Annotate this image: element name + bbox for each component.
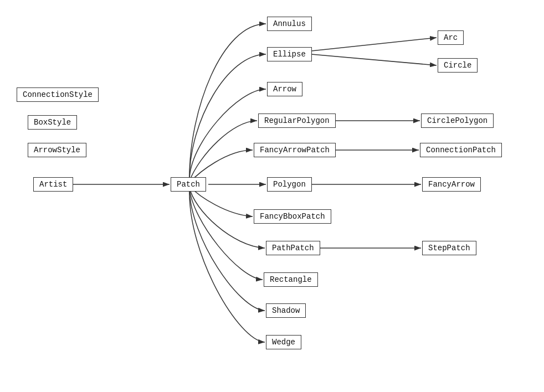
node-fancybboxpatch: FancyBboxPatch	[254, 209, 331, 224]
node-circle: Circle	[438, 58, 478, 73]
node-rectangle: Rectangle	[264, 272, 318, 287]
node-arrowstyle: ArrowStyle	[28, 143, 86, 157]
svg-line-4	[311, 54, 437, 65]
node-shadow: Shadow	[266, 303, 306, 318]
node-arc: Arc	[438, 30, 464, 45]
node-artist: Artist	[33, 177, 73, 192]
diagram: ConnectionStyle BoxStyle ArrowStyle Arti…	[0, 0, 544, 392]
node-steppatch: StepPatch	[422, 241, 476, 255]
node-wedge: Wedge	[266, 335, 301, 349]
node-boxstyle: BoxStyle	[28, 115, 77, 130]
node-ellipse: Ellipse	[267, 47, 312, 61]
node-patch: Patch	[171, 177, 206, 192]
node-fancyarrowpatch: FancyArrowPatch	[254, 143, 336, 157]
node-polygon: Polygon	[267, 177, 312, 192]
node-regularpolygon: RegularPolygon	[258, 114, 336, 128]
node-arrow: Arrow	[267, 82, 302, 96]
node-annulus: Annulus	[267, 17, 312, 31]
node-circlepolygon: CirclePolygon	[421, 114, 494, 128]
node-connectionpatch: ConnectionPatch	[420, 143, 502, 157]
svg-line-3	[311, 38, 437, 51]
node-connectionstyle: ConnectionStyle	[17, 87, 99, 102]
node-pathpatch: PathPatch	[266, 241, 320, 255]
node-fancyarrow: FancyArrow	[422, 177, 481, 192]
